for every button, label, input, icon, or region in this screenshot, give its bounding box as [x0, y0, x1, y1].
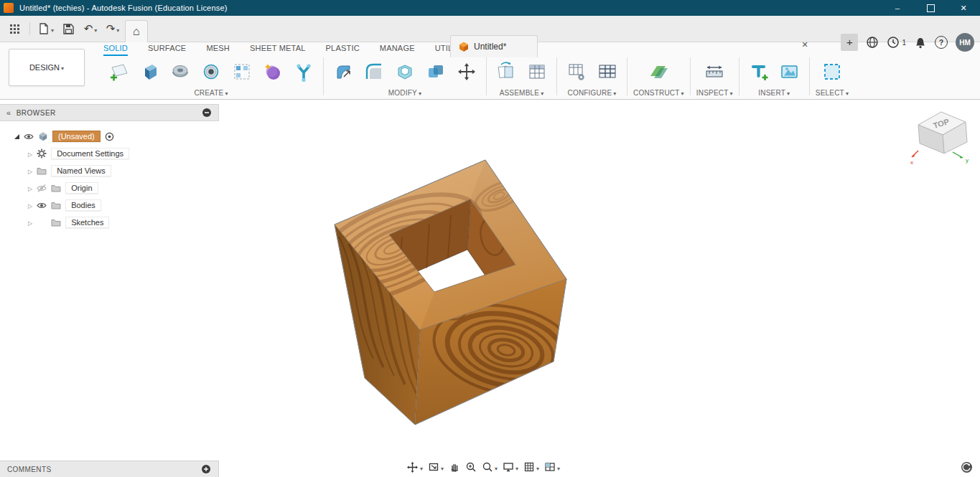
tree-row-sketches[interactable]: Sketches [0, 214, 219, 231]
expand-closed-icon[interactable] [28, 201, 32, 209]
group-assemble: ASSEMBLE [487, 56, 556, 98]
tree-item-label[interactable]: Bodies [65, 199, 101, 211]
move-button[interactable] [453, 57, 480, 86]
zoom-window-icon [482, 461, 493, 473]
group-construct-dropdown[interactable]: CONSTRUCT [633, 87, 684, 98]
tree-row-origin[interactable]: Origin [0, 179, 219, 197]
shell-button[interactable] [391, 57, 419, 86]
pipe-button[interactable] [290, 57, 317, 86]
group-configure: CONFIGURE [557, 56, 627, 98]
add-comment-icon[interactable] [201, 464, 211, 474]
press-pull-button[interactable] [330, 57, 357, 86]
viewcube[interactable]: TOP x y [908, 106, 974, 172]
tab-manage[interactable]: MANAGE [380, 42, 415, 56]
visibility-eye-icon[interactable] [37, 202, 47, 209]
tab-plastic[interactable]: PLASTIC [326, 42, 360, 56]
insert-canvas-button[interactable] [776, 57, 803, 86]
revolve-button[interactable] [167, 57, 194, 86]
expand-open-icon[interactable] [14, 134, 19, 139]
group-select-dropdown[interactable]: SELECT [816, 87, 849, 98]
notifications-button[interactable] [914, 37, 927, 49]
look-at-button[interactable] [426, 459, 446, 475]
file-menu-button[interactable] [35, 19, 56, 38]
app-toolbar: Untitled* 1 HM [0, 16, 980, 42]
maximize-button[interactable] [914, 0, 947, 16]
activate-component-icon[interactable] [105, 132, 114, 141]
tree-item-label[interactable]: Document Settings [51, 148, 129, 159]
redo-button[interactable] [103, 19, 123, 38]
collapse-panel-icon[interactable] [6, 108, 17, 117]
insert-derive-button[interactable] [745, 57, 773, 86]
title-bar: Untitled* (techies) - Autodesk Fusion (E… [0, 0, 980, 16]
create-form-button[interactable] [259, 57, 286, 86]
tree-item-label[interactable]: Sketches [65, 217, 109, 228]
group-create-dropdown[interactable]: CREATE [194, 87, 228, 98]
group-assemble-dropdown[interactable]: ASSEMBLE [500, 87, 544, 98]
visibility-off-eye-icon[interactable] [37, 184, 47, 192]
tree-row-named-views[interactable]: Named Views [0, 162, 219, 179]
group-insert-dropdown[interactable]: INSERT [758, 87, 790, 98]
new-component-button[interactable] [493, 57, 520, 86]
group-modify-dropdown[interactable]: MODIFY [388, 87, 421, 98]
zoom-button[interactable] [463, 459, 479, 475]
create-sketch-button[interactable] [105, 57, 132, 86]
workspace-label: DESIGN [29, 63, 60, 72]
workspace-selector[interactable]: DESIGN [9, 49, 85, 86]
group-select: SELECT [810, 56, 854, 98]
sync-status-button[interactable] [961, 461, 973, 473]
minimize-button[interactable] [881, 0, 914, 16]
avatar[interactable]: HM [956, 33, 974, 52]
new-tab-button[interactable] [841, 34, 858, 51]
display-settings-button[interactable] [500, 459, 521, 475]
joint-button[interactable] [523, 57, 551, 86]
tree-item-label[interactable]: Origin [65, 182, 98, 194]
folder-icon [37, 166, 47, 175]
joint-table-icon [526, 61, 548, 82]
tab-surface[interactable]: SURFACE [148, 42, 186, 56]
job-status-button[interactable]: 1 [887, 36, 906, 49]
configuration-table-button[interactable] [594, 57, 621, 86]
help-button[interactable] [935, 36, 948, 49]
pattern-button[interactable] [228, 57, 256, 86]
grid-snap-button[interactable] [521, 459, 541, 475]
close-button[interactable] [947, 0, 980, 16]
comments-panel[interactable]: COMMENTS [0, 461, 219, 477]
file-home-button[interactable] [125, 20, 148, 42]
expand-closed-icon[interactable] [28, 166, 32, 175]
zoom-window-button[interactable] [480, 459, 500, 475]
combine-button[interactable] [422, 57, 449, 86]
expand-closed-icon[interactable] [28, 184, 32, 192]
configure-button[interactable] [563, 57, 590, 86]
group-inspect-dropdown[interactable]: INSPECT [696, 87, 733, 98]
extensions-button[interactable] [866, 36, 879, 49]
fillet-button[interactable] [360, 57, 388, 86]
tree-item-label[interactable]: Named Views [51, 165, 111, 176]
visibility-eye-icon[interactable] [24, 133, 34, 141]
tab-sheet-metal[interactable]: SHEET METAL [250, 42, 306, 56]
document-tab[interactable]: Untitled* [450, 35, 538, 57]
tree-row-bodies[interactable]: Bodies [0, 197, 219, 214]
expand-closed-icon[interactable] [28, 149, 32, 158]
tab-mesh[interactable]: MESH [206, 42, 230, 56]
extrude-button[interactable] [136, 57, 163, 86]
press-pull-icon [332, 61, 354, 82]
document-tab-close-button[interactable] [798, 38, 811, 51]
tab-solid[interactable]: SOLID [103, 42, 128, 56]
tree-row-document-settings[interactable]: Document Settings [0, 145, 219, 162]
group-configure-dropdown[interactable]: CONFIGURE [567, 87, 616, 98]
tree-row-root[interactable]: (Unsaved) [0, 128, 219, 145]
collapse-all-icon[interactable] [202, 108, 212, 118]
construct-plane-button[interactable] [645, 57, 672, 86]
root-document-label[interactable]: (Unsaved) [52, 131, 101, 142]
clock-icon [887, 36, 900, 49]
measure-button[interactable] [701, 57, 728, 86]
undo-button[interactable] [80, 19, 101, 38]
orbit-button[interactable] [404, 459, 425, 475]
select-button[interactable] [818, 57, 846, 86]
viewports-button[interactable] [542, 459, 562, 475]
save-button[interactable] [58, 19, 78, 38]
hole-button[interactable] [197, 57, 225, 86]
pan-button[interactable] [447, 459, 462, 475]
expand-closed-icon[interactable] [28, 218, 32, 227]
app-grid-button[interactable] [4, 19, 24, 38]
